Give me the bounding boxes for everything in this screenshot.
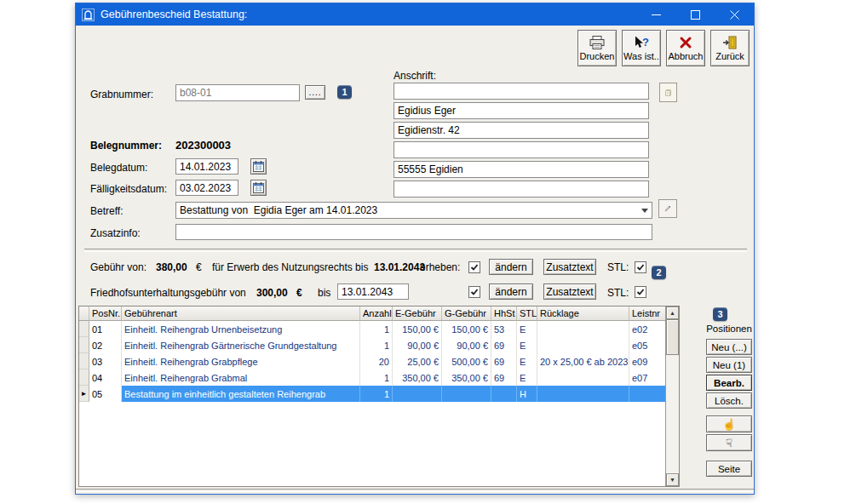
toolbar: Drucken ? Was ist.. Abbruch Zurück — [577, 30, 750, 66]
help-cursor-icon: ? — [633, 36, 650, 49]
bearbeiten-button[interactable]: Bearb. — [706, 375, 752, 391]
zusatztext-button-2[interactable]: Zusatztext — [543, 284, 596, 300]
bis-label: bis — [318, 287, 330, 299]
titlebar: Gebührenbescheid Bestattung: — [76, 3, 754, 26]
cell-hhst: 69 — [491, 337, 517, 353]
vertical-scrollbar[interactable]: ▲ ▼ — [665, 306, 679, 486]
stl-label-1: STL: — [607, 261, 629, 273]
friedhofsgebuehr-bis-input[interactable] — [337, 284, 409, 300]
grabnummer-input[interactable] — [175, 84, 300, 101]
col-posnr: PosNr. — [89, 306, 122, 321]
stl-checkbox-1[interactable] — [635, 261, 646, 273]
table-row[interactable]: 04 Einheitl. Reihengrab Grabmal 1 350,00… — [79, 369, 665, 386]
cell-gebuehrenart: Einheitl. Reihengrab Grabmal — [122, 369, 360, 386]
row-selector-current[interactable]: ► — [79, 386, 89, 402]
stl-checkbox-2[interactable] — [635, 286, 646, 298]
table-row-selected[interactable]: ► 05 Bestattung im einheitlich gestaltet… — [79, 386, 665, 402]
gebuehrenbescheid-dialog: Gebührenbescheid Bestattung: Drucken — [75, 3, 755, 495]
betreff-edit-button[interactable] — [658, 199, 677, 218]
positionen-label: Positionen — [703, 324, 755, 334]
seite-button[interactable]: Seite — [706, 461, 752, 477]
belegdatum-input[interactable] — [175, 158, 238, 175]
belegnummer-value: 202300003 — [175, 139, 231, 152]
aendern-button-1[interactable]: ändern — [489, 259, 533, 275]
copy-document-icon — [665, 86, 671, 100]
zusatzinfo-input[interactable] — [175, 224, 652, 240]
cell-ruecklage — [537, 369, 629, 386]
whats-this-button-label: Was ist.. — [623, 51, 659, 61]
aendern-button-2[interactable]: ändern — [489, 284, 533, 300]
anschrift-line-1[interactable] — [394, 83, 649, 100]
row-selector[interactable] — [79, 337, 89, 353]
cell-stl: E — [517, 369, 537, 386]
anschrift-line-2[interactable] — [394, 102, 649, 119]
cell-ruecklage: 20 x 25,00 € ab 2023 — [537, 353, 629, 369]
red-x-icon — [679, 36, 692, 49]
betreff-combobox[interactable]: Bestattung von Egidia Eger am 14.01.2023 — [175, 202, 652, 219]
scroll-up-button[interactable]: ▲ — [666, 306, 679, 319]
table-body: PosNr. Gebührenart Anzahl E-Gebühr G-Geb… — [79, 306, 665, 486]
close-button[interactable] — [715, 3, 754, 26]
cell-posnr: 03 — [89, 353, 122, 369]
bottom-separator — [76, 489, 754, 492]
zusatzinfo-label: Zusatzinfo: — [90, 227, 141, 239]
minimize-button[interactable] — [636, 3, 675, 26]
whats-this-button[interactable]: ? Was ist.. — [622, 30, 661, 66]
anschrift-line-5[interactable] — [394, 161, 649, 178]
cell-hhst: 69 — [491, 369, 517, 386]
abort-button[interactable]: Abbruch — [666, 30, 705, 66]
hand-up-icon-button[interactable]: ☝ — [706, 415, 752, 432]
app-icon — [82, 9, 95, 21]
anschrift-line-6[interactable] — [394, 180, 649, 198]
cell-egebuehr: 350,00 € — [393, 369, 442, 386]
table-row[interactable]: 03 Einheitl. Reihengrab Grabpflege 20 25… — [79, 353, 665, 369]
stl-label-2: STL: — [607, 287, 629, 299]
separator — [84, 249, 747, 252]
erheben-checkbox-1[interactable] — [468, 261, 480, 273]
cell-ruecklage — [537, 386, 629, 402]
table-row[interactable]: 02 Einheitl. Reihengrab Gärtnerische Gru… — [79, 337, 665, 353]
printer-icon — [589, 36, 606, 49]
faelligkeitsdatum-input[interactable] — [175, 180, 238, 196]
back-button[interactable]: Zurück — [710, 30, 750, 66]
print-button[interactable]: Drucken — [577, 30, 617, 66]
abort-button-label: Abbruch — [669, 51, 704, 61]
anschrift-copy-button[interactable] — [659, 83, 677, 102]
anschrift-line-3[interactable] — [394, 122, 649, 139]
anschrift-line-4[interactable] — [394, 141, 649, 158]
col-egebuehr: E-Gebühr — [393, 306, 442, 321]
calendar-icon — [253, 161, 264, 172]
row-selector[interactable] — [79, 353, 89, 369]
hand-down-icon-button[interactable]: ☟ — [706, 434, 752, 451]
cell-egebuehr: 90,00 € — [393, 337, 442, 353]
loeschen-button[interactable]: Lösch. — [706, 392, 752, 409]
print-button-label: Drucken — [580, 51, 615, 61]
hand-up-icon: ☝ — [722, 419, 736, 430]
friedhofsgebuehr-label: Friedhofsunterhaltungsgebühr von — [90, 287, 246, 299]
row-selector[interactable] — [79, 369, 89, 386]
zusatztext-button-1[interactable]: Zusatztext — [543, 259, 596, 275]
check-icon — [470, 288, 479, 296]
scroll-thumb[interactable] — [666, 319, 679, 355]
scroll-track[interactable] — [666, 355, 679, 473]
scroll-down-button[interactable]: ▼ — [666, 473, 679, 486]
cell-anzahl: 1 — [360, 369, 393, 386]
cell-stl: H — [517, 386, 537, 402]
table-row[interactable]: 01 Einheitl. Reihengrab Urnenbeisetzung … — [79, 321, 665, 337]
cell-egebuehr — [393, 386, 442, 402]
header-corner — [79, 306, 89, 321]
cell-leistnr: e07 — [629, 369, 665, 386]
betreff-value: Bestattung von Egidia Eger am 14.01.2023 — [180, 204, 638, 216]
row-selector[interactable] — [79, 321, 89, 337]
grabnummer-browse-button[interactable]: .... — [305, 85, 325, 100]
belegdatum-calendar-button[interactable] — [250, 158, 267, 175]
neu-1-button[interactable]: Neu (1) — [706, 357, 752, 373]
maximize-button[interactable] — [675, 3, 715, 26]
faelligkeitsdatum-calendar-button[interactable] — [250, 180, 267, 196]
erheben-checkbox-2[interactable] — [468, 286, 480, 298]
neu-dots-button[interactable]: Neu (...) — [706, 339, 752, 355]
cell-ruecklage — [537, 337, 629, 353]
step-badge-1: 1 — [337, 85, 352, 99]
dropdown-arrow-icon[interactable] — [638, 203, 652, 218]
table-header: PosNr. Gebührenart Anzahl E-Gebühr G-Geb… — [79, 306, 665, 321]
